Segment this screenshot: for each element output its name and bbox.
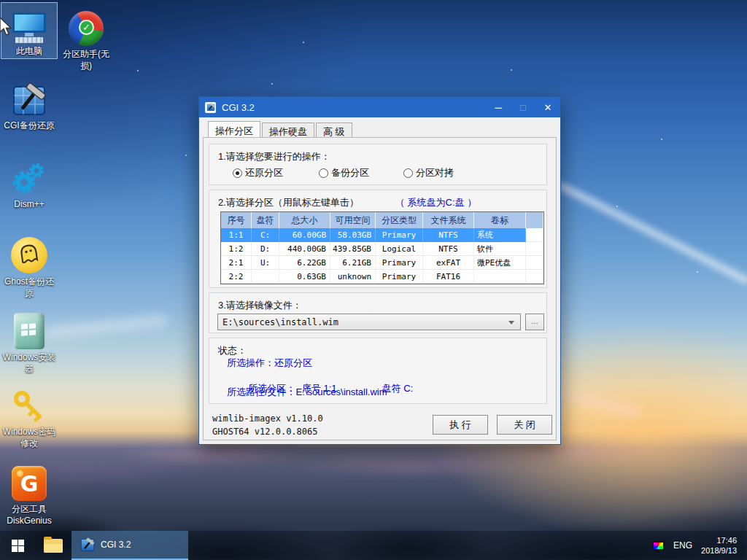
close-dialog-button[interactable]: 关 闭 (497, 415, 552, 435)
start-button[interactable] (0, 531, 35, 560)
cgi-app-icon (12, 82, 47, 117)
table-row-cell[interactable]: 6.21GB (330, 256, 376, 270)
radio-restore-partition[interactable]: 还原分区 (233, 166, 283, 179)
table-row-cell[interactable]: exFAT (423, 256, 474, 270)
star (303, 42, 304, 43)
desktop-icon-label: Windows安装器 (1, 351, 57, 375)
image-file-combobox[interactable]: E:\sources\install.wim (217, 314, 521, 330)
star (616, 206, 618, 207)
star (511, 69, 512, 71)
star (137, 70, 139, 71)
radio-backup-partition[interactable]: 备份分区 (319, 166, 369, 179)
table-row-cell[interactable]: Primary (376, 228, 423, 242)
cloud-wisp (554, 387, 642, 420)
star (661, 139, 662, 140)
tab-operate-disk[interactable]: 操作硬盘 (262, 122, 314, 137)
clock[interactable]: 17:46 2018/9/13 (701, 535, 737, 556)
status-label: 状态： (218, 344, 247, 357)
radio-partition-copy[interactable]: 分区对拷 (403, 166, 454, 179)
table-row-cell[interactable] (474, 270, 526, 284)
step2-label: 2.请选择分区（用鼠标左键单击） (218, 196, 359, 209)
table-row-cell[interactable]: C: (252, 228, 279, 242)
ghost-icon (11, 237, 47, 273)
star (185, 155, 187, 156)
desktop-icon-windows-installer[interactable]: Windows安装器 (1, 309, 58, 376)
table-row-cell[interactable]: 0.63GB (279, 270, 330, 284)
table-row-cell[interactable]: U: (252, 256, 279, 270)
table-row-cell[interactable]: 系统 (474, 228, 526, 242)
image-file-path: E:\sources\install.wim (218, 317, 508, 327)
language-indicator[interactable]: ENG (673, 540, 692, 551)
table-row-cell[interactable]: 微PE优盘 (474, 256, 526, 270)
title-bar[interactable]: CGI 3.2 ─ □ ✕ (199, 97, 560, 117)
table-row-cell[interactable]: 1:1 (221, 228, 252, 242)
table-row-cell[interactable]: 软件 (474, 242, 526, 256)
col-header: 可用空间 (330, 212, 376, 228)
col-header: 盘符 (252, 212, 279, 228)
step3-groupbox: 3.请选择镜像文件： E:\sources\install.wim ... (209, 292, 547, 333)
folder-icon (44, 539, 63, 553)
browse-button[interactable]: ... (525, 314, 544, 330)
close-button[interactable]: ✕ (535, 97, 560, 117)
table-row-cell[interactable]: Logical (376, 242, 423, 256)
table-row-cell[interactable]: D: (252, 242, 279, 256)
table-row-cell[interactable] (526, 256, 543, 270)
table-row-cell[interactable] (252, 270, 279, 284)
clock-time: 17:46 (701, 535, 737, 545)
execute-button[interactable]: 执 行 (433, 415, 488, 435)
clock-date: 2018/9/13 (701, 545, 737, 556)
contrail-cloud (557, 182, 747, 286)
step3-label: 3.请选择镜像文件： (218, 299, 302, 312)
table-row-cell[interactable]: FAT16 (423, 270, 474, 284)
this-pc-icon (11, 12, 47, 43)
table-row-cell[interactable]: 6.22GB (279, 256, 330, 270)
table-row-cell[interactable] (526, 242, 543, 256)
step2-groupbox: 2.请选择分区（用鼠标左键单击） （ 系统盘为C:盘 ） 序号 盘符 总大小 可… (209, 190, 547, 288)
desktop-icon-dism[interactable]: Dism++ (1, 156, 58, 211)
desktop-icon-cgi-backup[interactable]: CGI备份还原 (1, 77, 58, 133)
mouse-cursor (0, 16, 15, 38)
step1-groupbox: 1.请选择您要进行的操作： 还原分区 备份分区 分区对拷 (209, 144, 547, 185)
tab-operate-partition[interactable]: 操作分区 (208, 121, 260, 137)
table-row-cell[interactable]: 440.00GB (279, 242, 330, 256)
taskbar-file-explorer[interactable] (35, 531, 71, 560)
desktop: 此电脑 ✓ 分区助手(无损) CGI备份还原 (0, 0, 747, 560)
table-row-cell[interactable]: 2:2 (221, 270, 252, 284)
table-row-cell[interactable]: NTFS (423, 228, 474, 242)
desktop-icon-label: Dism++ (1, 198, 57, 210)
taskbar: CGI 3.2 ENG 17:46 2018/9/13 (0, 531, 747, 560)
desktop-icon-diskgenius[interactable]: G 分区工具 DiskGenius (1, 461, 58, 528)
table-row-cell[interactable]: 1:2 (221, 242, 252, 256)
diskgenius-icon: G (12, 466, 47, 501)
table-row-cell[interactable]: unknown (330, 270, 376, 284)
table-row-cell[interactable] (526, 228, 543, 242)
windows-installer-icon (14, 313, 44, 349)
ghost-version: GHOST64 v12.0.0.8065 (212, 427, 318, 437)
desktop-icon-label: CGI备份还原 (1, 120, 57, 131)
dism-gears-icon (12, 161, 47, 196)
window-title: CGI 3.2 (222, 102, 255, 113)
desktop-icon-windows-password[interactable]: Windows密码修改 (1, 384, 58, 451)
table-row-cell[interactable]: 2:1 (221, 256, 252, 270)
table-row-cell[interactable]: 439.85GB (330, 242, 376, 256)
partition-assistant-icon: ✓ (69, 11, 104, 46)
maximize-button[interactable]: □ (511, 97, 535, 117)
table-row-cell[interactable]: Primary (376, 270, 423, 284)
table-row-cell[interactable]: Primary (376, 256, 423, 270)
table-row-cell[interactable]: NTFS (423, 242, 474, 256)
desktop-icon-ghost-backup[interactable]: Ghost备份还原 (1, 233, 58, 300)
tab-advanced[interactable]: 高 级 (316, 122, 352, 137)
table-row-cell[interactable] (526, 270, 543, 284)
radio-dot (319, 168, 328, 178)
table-row-cell[interactable]: 58.03GB (330, 228, 376, 242)
table-row-cell[interactable]: 60.00GB (279, 228, 330, 242)
taskbar-app-label: CGI 3.2 (101, 540, 131, 550)
display-color-tray-icon[interactable] (652, 541, 665, 551)
desktop-icon-label: 此电脑 (2, 45, 56, 57)
taskbar-app-cgi[interactable]: CGI 3.2 (71, 531, 188, 560)
star (697, 271, 698, 273)
system-tray: ENG 17:46 2018/9/13 (652, 531, 747, 560)
minimize-button[interactable]: ─ (486, 97, 511, 117)
desktop-icon-partition-assistant[interactable]: ✓ 分区助手(无损) (58, 6, 115, 73)
radio-label: 还原分区 (245, 166, 283, 179)
